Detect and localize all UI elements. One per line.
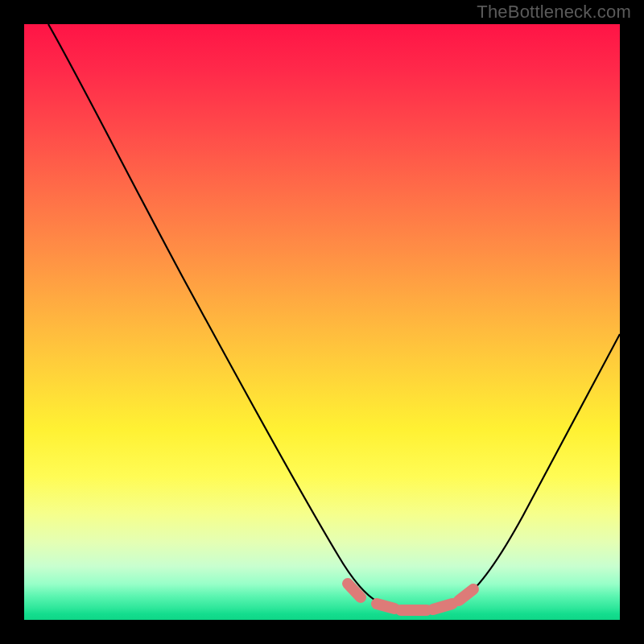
chart-frame: TheBottleneck.com <box>0 0 644 644</box>
svg-line-4 <box>459 589 473 601</box>
curve-layer <box>24 24 620 620</box>
notch-highlight <box>348 584 473 610</box>
bottleneck-curve <box>48 24 620 611</box>
svg-line-1 <box>377 604 394 609</box>
watermark-text: TheBottleneck.com <box>477 2 631 23</box>
svg-line-3 <box>433 604 452 609</box>
plot-area <box>24 24 620 620</box>
